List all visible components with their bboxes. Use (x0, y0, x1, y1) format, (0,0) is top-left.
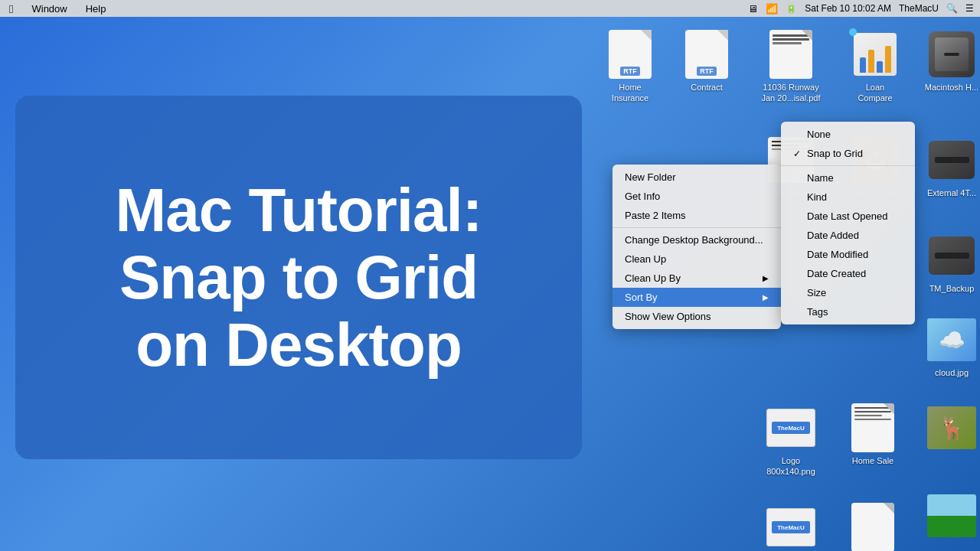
logo-800-label: Logo800x140.png (766, 455, 815, 478)
context-clean-up-by[interactable]: Clean Up By ▶ (612, 269, 781, 288)
wifi-icon[interactable]: 📶 (766, 3, 778, 15)
icon-external-4tb[interactable]: External 4T... (917, 135, 980, 198)
icon-contract[interactable]: RTF Contract (672, 30, 741, 93)
desktop[interactable]: Mac Tutorial:Snap to Gridon Desktop RTF … (0, 17, 980, 551)
submenu-size[interactable]: Size (781, 283, 915, 302)
contract-icon: RTF (682, 30, 731, 79)
menubar-right: 🖥 📶 🔋 Sat Feb 10 10:02 AM TheMacU 🔍 ☰ (748, 3, 974, 15)
macintosh-hd-icon (927, 30, 976, 79)
notification-icon[interactable]: ☰ (965, 3, 974, 14)
help-menu[interactable]: Help (83, 3, 109, 15)
tm-backup-icon (927, 231, 976, 280)
logo-800-icon: TheMacU (766, 403, 815, 452)
deer-icon: 🦌 (927, 403, 976, 452)
context-new-folder[interactable]: New Folder (612, 168, 781, 187)
home-insurance-label: HomeInsurance (612, 82, 648, 104)
context-sort-by[interactable]: Sort By ▶ (612, 288, 781, 307)
icon-cloud-jpg[interactable]: ☁️ cloud.jpg (917, 315, 980, 378)
submenu-date-modified[interactable]: Date Modified (781, 245, 915, 264)
context-paste-items[interactable]: Paste 2 Items (612, 206, 781, 225)
sort-by-arrow: ▶ (763, 293, 769, 302)
tutorial-title: Mac Tutorial:Snap to Gridon Desktop (116, 177, 482, 379)
home-sale-icon (848, 403, 897, 452)
context-get-info[interactable]: Get Info (612, 187, 781, 206)
datetime: Sat Feb 10 10:02 AM (805, 3, 891, 14)
macintosh-hd-label: Macintosh H... (925, 82, 978, 93)
screen-icon[interactable]: 🖥 (748, 3, 758, 15)
icon-macintosh-hd[interactable]: Macintosh H... (917, 30, 980, 93)
submenu-date-added[interactable]: Date Added (781, 226, 915, 245)
submenu-kind[interactable]: Kind (781, 187, 915, 207)
submenu-none[interactable]: None (781, 125, 915, 144)
tutorial-card: Mac Tutorial:Snap to Gridon Desktop (15, 96, 582, 459)
submenu-tags[interactable]: Tags (781, 302, 915, 321)
icon-logo-thumb[interactable]: TheMacU (756, 503, 825, 551)
logo-thumb-icon: TheMacU (766, 503, 815, 551)
apple-menu[interactable]:  (6, 2, 16, 15)
submenu-date-last-opened[interactable]: Date Last Opened (781, 207, 915, 226)
menubar:  Window Help 🖥 📶 🔋 Sat Feb 10 10:02 AM … (0, 0, 980, 17)
context-menu: New Folder Get Info Paste 2 Items Change… (612, 165, 781, 329)
tags-check (793, 307, 802, 318)
icon-doc-bottom[interactable] (838, 503, 907, 551)
runway-pdf-icon (766, 30, 815, 79)
icon-loan-compare[interactable]: LoanCompare (841, 30, 910, 104)
tm-backup-label: TM_Backup (929, 283, 975, 294)
icon-landscape[interactable] (917, 491, 980, 543)
snap-check: ✓ (793, 148, 802, 159)
runway-pdf-label: 11036 RunwayJan 20...isal.pdf (761, 82, 820, 104)
context-separator-1 (612, 227, 781, 228)
submenu-sep (781, 165, 915, 166)
submenu-snap-to-grid[interactable]: ✓ Snap to Grid (781, 144, 915, 163)
icon-deer[interactable]: 🦌 (917, 403, 980, 455)
date-created-check (793, 269, 802, 279)
window-menu[interactable]: Window (28, 3, 70, 15)
name-check (793, 173, 802, 184)
kind-check (793, 192, 802, 203)
icon-home-sale[interactable]: Home Sale (838, 403, 907, 466)
icon-logo-800[interactable]: TheMacU Logo800x140.png (756, 403, 825, 478)
none-check (793, 129, 802, 140)
context-change-desktop[interactable]: Change Desktop Background... (612, 230, 781, 249)
date-last-check (793, 211, 802, 222)
sort-by-submenu: None ✓ Snap to Grid Name Kind Date Last … (781, 122, 915, 324)
external-4tb-label: External 4T... (927, 187, 976, 198)
icon-tm-backup[interactable]: TM_Backup (917, 231, 980, 294)
loan-compare-label: LoanCompare (858, 82, 892, 104)
battery-icon[interactable]: 🔋 (786, 3, 797, 14)
cloud-jpg-icon: ☁️ (927, 315, 976, 364)
date-modified-check (793, 249, 802, 260)
icon-runway-pdf[interactable]: 11036 RunwayJan 20...isal.pdf (756, 30, 825, 104)
context-show-view-options[interactable]: Show View Options (612, 307, 781, 326)
submenu-name[interactable]: Name (781, 168, 915, 187)
username[interactable]: TheMacU (899, 3, 939, 14)
clean-up-by-arrow: ▶ (763, 274, 769, 282)
loan-compare-icon (851, 30, 900, 79)
menubar-left:  Window Help (6, 2, 109, 15)
contract-label: Contract (691, 82, 723, 93)
icon-home-insurance[interactable]: RTF HomeInsurance (596, 30, 665, 104)
search-icon[interactable]: 🔍 (946, 3, 958, 14)
date-added-check (793, 230, 802, 241)
size-check (793, 288, 802, 298)
doc-bottom-icon (848, 503, 897, 551)
context-clean-up[interactable]: Clean Up (612, 249, 781, 269)
submenu-date-created[interactable]: Date Created (781, 264, 915, 283)
cloud-jpg-label: cloud.jpg (935, 367, 969, 378)
home-sale-label: Home Sale (852, 455, 893, 466)
landscape-icon (927, 491, 976, 540)
home-insurance-icon: RTF (606, 30, 655, 79)
external-4tb-icon (927, 135, 976, 184)
